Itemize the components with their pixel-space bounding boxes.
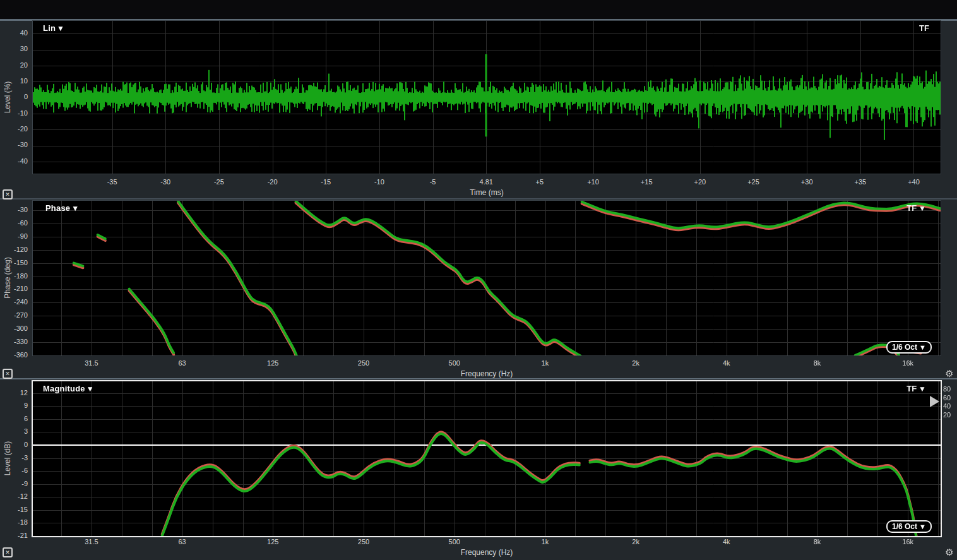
phase-trace-selector[interactable]: TF▼ (881, 203, 926, 213)
db-tick-label: -21 (0, 532, 28, 539)
time-tick-label: +40 (908, 178, 920, 186)
db-tick-label: -12 (0, 492, 28, 500)
magnitude-plot[interactable] (32, 380, 942, 537)
phase-view-dropdown[interactable]: Phase▼ (45, 203, 79, 213)
coherence-tick-label: 40 (943, 402, 951, 410)
time-tick-label: +35 (854, 178, 866, 186)
frequency-tick-label: 125 (267, 359, 278, 367)
phase-tick-label: -60 (0, 219, 28, 227)
frequency-tick-label: 31.5 (85, 538, 98, 545)
magnitude-smoothing-dropdown[interactable]: 1/6 Oct▼ (886, 520, 932, 533)
frequency-tick-label: 250 (358, 359, 369, 367)
frequency-tick-label: 31.5 (85, 359, 98, 367)
time-tick-label: +25 (747, 178, 759, 186)
chevron-down-icon: ▼ (919, 343, 926, 351)
chevron-down-icon: ▼ (918, 384, 926, 393)
time-tick-label: -10 (374, 178, 384, 186)
db-tick-label: 12 (0, 389, 28, 396)
phase-tick-label: -270 (0, 311, 28, 319)
time-tick-label: 4.81 (480, 178, 493, 186)
frequency-tick-label: 250 (358, 538, 369, 545)
phase-settings-gear-button[interactable]: ⚙ (944, 368, 955, 379)
time-tick-label: +20 (694, 178, 706, 186)
magnitude-view-dropdown[interactable]: Magnitude▼ (43, 384, 94, 393)
close-phase-pane-button[interactable]: ✕ (3, 369, 13, 379)
time-tick-label: -15 (321, 178, 331, 186)
magnitude-settings-gear-button[interactable]: ⚙ (944, 547, 955, 558)
level-tick-label: 30 (0, 45, 28, 52)
time-tick-label: -20 (268, 178, 278, 186)
coherence-tick-label: 20 (943, 411, 951, 419)
phase-tick-label: -360 (0, 351, 28, 359)
magnitude-x-axis-label: Frequency (Hz) (33, 548, 941, 557)
db-tick-label: -6 (0, 467, 28, 474)
time-tick-label: +15 (641, 178, 653, 186)
magnitude-trace-label: TF (906, 384, 917, 393)
close-icon: ✕ (5, 191, 10, 198)
level-tick-label: 0 (0, 93, 28, 100)
frequency-tick-label: 1k (542, 538, 549, 545)
frequency-tick-label: 16k (902, 359, 913, 367)
phase-tick-label: -180 (0, 272, 28, 280)
time-tick-label: -5 (430, 178, 436, 186)
phase-tick-label: -90 (0, 232, 28, 240)
impulse-trace-selector[interactable]: TF (884, 23, 929, 33)
pane-separator (0, 198, 957, 200)
frequency-tick-label: 8k (814, 538, 821, 545)
frequency-tick-label: 1k (542, 359, 549, 367)
level-tick-label: -20 (0, 125, 28, 133)
chevron-down-icon: ▼ (71, 204, 79, 213)
frequency-tick-label: 125 (267, 538, 278, 545)
frequency-tick-label: 2k (632, 359, 639, 367)
db-tick-label: 0 (0, 441, 28, 448)
phase-tick-label: -300 (0, 325, 28, 332)
phase-plot[interactable] (32, 200, 941, 356)
coherence-scale-pointer[interactable] (930, 396, 939, 407)
frequency-tick-label: 4k (723, 538, 730, 545)
time-tick-label: +5 (536, 178, 544, 186)
phase-frequency-ticks: 31.5631252505001k2k4k8k16k (33, 359, 941, 368)
phase-y-ticks: -30-60-90-120-150-180-210-240-270-300-33… (0, 201, 29, 355)
db-tick-label: 6 (0, 415, 28, 422)
magnitude-trace-selector[interactable]: TF▼ (881, 384, 926, 393)
time-tick-label: -35 (107, 178, 117, 186)
frequency-tick-label: 63 (178, 359, 186, 367)
chevron-down-icon: ▼ (918, 204, 926, 213)
chevron-down-icon: ▼ (86, 384, 94, 393)
magnitude-frequency-ticks: 31.5631252505001k2k4k8k16k (33, 538, 941, 547)
frequency-tick-label: 2k (632, 538, 639, 545)
close-impulse-pane-button[interactable]: ✕ (3, 189, 13, 200)
impulse-response-plot[interactable] (32, 20, 941, 174)
impulse-view-label: Lin (43, 23, 56, 33)
level-tick-label: 20 (0, 61, 28, 69)
level-tick-label: -30 (0, 141, 28, 148)
chevron-down-icon: ▼ (919, 523, 926, 530)
frequency-tick-label: 16k (902, 538, 913, 545)
impulse-time-ticks: -35-30-25-20-15-10-54.81+5+10+15+20+25+3… (33, 178, 941, 187)
phase-trace-label: TF (906, 203, 917, 213)
impulse-view-dropdown[interactable]: Lin▼ (43, 23, 64, 33)
analyzer-window: Lin▼ TF Level (%) 403020100-10-20-30-40 … (0, 0, 957, 560)
magnitude-y-ticks: 129630-3-6-9-12-15-18-21 (0, 381, 29, 536)
impulse-y-ticks: 403020100-10-20-30-40 (0, 21, 29, 174)
coherence-tick-label: 80 (943, 385, 951, 393)
level-tick-label: 10 (0, 77, 28, 85)
phase-tick-label: -210 (0, 285, 28, 292)
phase-tick-label: -30 (0, 206, 28, 213)
close-magnitude-pane-button[interactable]: ✕ (3, 547, 13, 557)
gear-icon: ⚙ (945, 368, 953, 379)
time-tick-label: +10 (587, 178, 599, 186)
phase-tick-label: -240 (0, 298, 28, 306)
close-icon: ✕ (5, 549, 10, 556)
phase-view-label: Phase (45, 203, 70, 213)
top-menu-bar (0, 0, 957, 19)
phase-smoothing-dropdown[interactable]: 1/6 Oct▼ (886, 341, 932, 354)
phase-smoothing-label: 1/6 Oct (892, 343, 917, 352)
phase-x-axis-label: Frequency (Hz) (33, 369, 941, 378)
level-tick-label: 40 (0, 29, 28, 37)
close-icon: ✕ (5, 371, 10, 377)
pane-separator (0, 378, 957, 379)
time-tick-label: -30 (160, 178, 170, 186)
magnitude-smoothing-label: 1/6 Oct (892, 522, 917, 531)
db-tick-label: -18 (0, 518, 28, 526)
